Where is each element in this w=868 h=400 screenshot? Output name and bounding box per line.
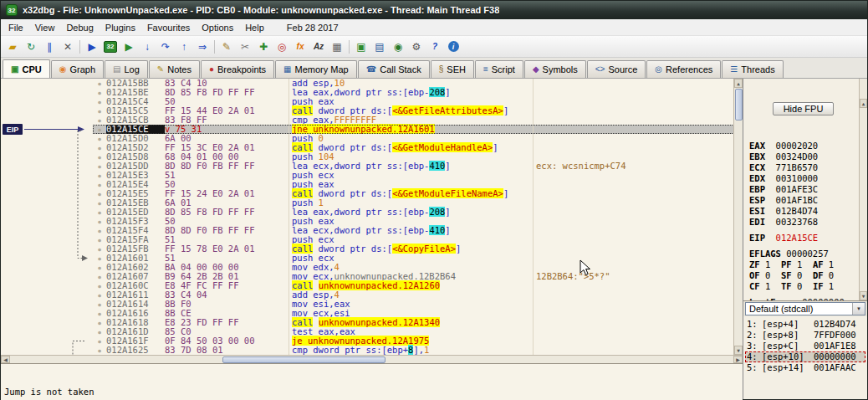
- breakpoint-dot-icon[interactable]: ●: [93, 115, 106, 125]
- register-row[interactable]: ESP 001AF1BC: [749, 195, 857, 206]
- tab-seh[interactable]: §SEH: [431, 60, 474, 78]
- x32-badge-icon[interactable]: 32: [101, 38, 120, 56]
- stack-argument-row[interactable]: 5:[esp+14]001AFAAC: [745, 362, 865, 373]
- tab-breakpoints[interactable]: ●Breakpoints: [201, 60, 274, 78]
- breakpoint-dot-icon[interactable]: ●: [93, 300, 106, 309]
- cpu-chip-icon[interactable]: ▣: [352, 38, 370, 56]
- fx-icon[interactable]: fx: [291, 38, 309, 56]
- hide-fpu-button[interactable]: Hide FPU: [773, 102, 835, 115]
- restart-icon[interactable]: ↻: [22, 38, 40, 56]
- step-out-icon[interactable]: ↑: [175, 38, 193, 56]
- register-row[interactable]: EIP 012A15CE: [749, 233, 857, 244]
- breakpoint-dot-icon[interactable]: ●: [93, 254, 106, 263]
- register-row[interactable]: EDX 00310000: [749, 173, 857, 184]
- menu-item-help[interactable]: Help: [239, 21, 270, 34]
- register-row[interactable]: ECX 771B6570: [749, 162, 857, 173]
- breakpoint-dot-icon[interactable]: ●: [93, 162, 106, 171]
- breakpoint-dot-icon[interactable]: ●: [93, 143, 106, 152]
- tab-call-stack[interactable]: ☎Call Stack: [358, 60, 430, 78]
- menu-item-file[interactable]: File: [3, 21, 29, 34]
- scroll-up-icon[interactable]: ▲: [734, 79, 743, 88]
- disasm-horizontal-scrollbar[interactable]: ◀ ▶: [1, 355, 743, 363]
- az-icon[interactable]: Az: [309, 38, 328, 56]
- menu-item-plugins[interactable]: Plugins: [100, 21, 141, 34]
- breakpoint-dot-icon[interactable]: ●: [93, 152, 106, 162]
- register-row[interactable]: LastError 00000000: [749, 297, 857, 300]
- patch-icon[interactable]: ✚: [254, 38, 273, 56]
- breakpoint-dot-icon[interactable]: ●: [93, 189, 106, 198]
- pause-icon[interactable]: ∥: [40, 38, 59, 56]
- breakpoint-dot-icon[interactable]: ●: [93, 180, 106, 189]
- register-row[interactable]: EDI 00323768: [749, 217, 857, 228]
- scroll-down-icon[interactable]: ▼: [734, 346, 743, 355]
- close-icon[interactable]: ✕: [59, 38, 77, 56]
- register-row[interactable]: OF 0 SF 0 DF 0: [749, 270, 857, 281]
- register-row[interactable]: ESI 012B4D74: [749, 206, 857, 217]
- breakpoint-dot-icon[interactable]: ●: [93, 106, 106, 115]
- register-row[interactable]: EBX 00324D00: [749, 151, 857, 162]
- run-to-user-code-icon[interactable]: ⇒: [193, 38, 212, 56]
- breakpoint-dot-icon[interactable]: ●: [93, 281, 106, 290]
- stack-argument-row[interactable]: 1:[esp+4]012B4D74: [745, 319, 865, 330]
- chevron-down-icon[interactable]: ▼: [852, 303, 865, 315]
- disasm-hscroll-thumb[interactable]: [222, 356, 385, 363]
- menu-item-view[interactable]: View: [29, 21, 61, 34]
- scroll-right-icon[interactable]: ▶: [733, 356, 743, 363]
- breakpoint-dot-icon[interactable]: ●: [93, 217, 106, 226]
- breakpoint-dot-icon[interactable]: ●: [93, 208, 106, 217]
- breakpoint-dot-icon[interactable]: ●: [93, 235, 106, 244]
- help-icon[interactable]: ?: [426, 38, 444, 56]
- stack-argument-row[interactable]: 3:[esp+C]001AF1E8: [745, 341, 865, 351]
- tab-threads[interactable]: ☰Threads: [722, 60, 783, 78]
- breakpoint-dot-icon[interactable]: ●: [93, 272, 106, 281]
- breakpoint-dot-icon[interactable]: ●: [93, 244, 106, 254]
- attach-icon[interactable]: ✂: [236, 38, 254, 56]
- tab-source[interactable]: <>Source: [587, 60, 646, 78]
- tab-references[interactable]: ◎References: [646, 60, 721, 78]
- breakpoint-dot-icon[interactable]: ●: [93, 309, 106, 318]
- register-row[interactable]: EFLAGS 00000257: [749, 249, 857, 259]
- title-bar[interactable]: 32 x32dbg - File: UnknownUnpacked.exe - …: [1, 1, 867, 19]
- breakpoint-dot-icon[interactable]: ●: [93, 226, 106, 235]
- menu-item-favourites[interactable]: Favourites: [141, 21, 196, 34]
- register-row[interactable]: CF 1 TF 0 IF 1: [749, 281, 857, 292]
- target-icon[interactable]: ◎: [273, 38, 291, 56]
- step-over-icon[interactable]: ↷: [156, 38, 175, 56]
- tab-memory-map[interactable]: ▦Memory Map: [275, 60, 357, 78]
- breakpoint-dot-icon[interactable]: ●: [93, 290, 106, 300]
- breakpoint-dot-icon[interactable]: ●: [93, 263, 106, 272]
- disasm-row[interactable]: ●012A162583 7D 08 01cmp dword ptr ss:[eb…: [1, 346, 734, 355]
- disasm-vertical-scrollbar[interactable]: ▲ ▼: [733, 79, 743, 355]
- tab-log[interactable]: ▤Log: [105, 60, 148, 78]
- breakpoint-dot-icon[interactable]: ●: [93, 346, 106, 355]
- resume-icon[interactable]: ▶: [120, 38, 138, 56]
- registers-scrollbar[interactable]: ▲ ▼: [859, 79, 867, 300]
- trace-icon[interactable]: ✎: [217, 38, 236, 56]
- tab-script[interactable]: ≡Script: [475, 60, 523, 78]
- menu-item-debug[interactable]: Debug: [60, 21, 99, 34]
- breakpoint-dot-icon[interactable]: ●: [93, 88, 106, 97]
- run-icon[interactable]: ▶: [83, 38, 101, 56]
- scroll-left-icon[interactable]: ◀: [1, 356, 10, 363]
- calling-convention-select[interactable]: Default (stdcall) ▼: [745, 302, 865, 315]
- breakpoint-dot-icon[interactable]: ●: [93, 97, 106, 106]
- step-into-icon[interactable]: ↓: [138, 38, 156, 56]
- breakpoint-dot-icon[interactable]: ●: [93, 318, 106, 327]
- registers-panel[interactable]: Hide FPU EAX 00002020EBX 00324D00ECX 771…: [743, 79, 867, 300]
- breakpoint-dot-icon[interactable]: ●: [93, 79, 106, 88]
- disasm-vscroll-thumb[interactable]: [735, 89, 743, 121]
- disassembly-view[interactable]: ●012A15BB83 C4 10add esp,10●012A15BE8D 8…: [1, 79, 743, 355]
- scroll-down-icon[interactable]: ▼: [860, 291, 867, 300]
- stack-argument-row[interactable]: 2:[esp+8]7FFDF000: [745, 330, 865, 341]
- calculator-icon[interactable]: ▦: [328, 38, 346, 56]
- tab-cpu[interactable]: ▣CPU: [3, 59, 50, 78]
- register-row[interactable]: EAX 00002020: [749, 141, 857, 151]
- info-icon[interactable]: i: [444, 38, 462, 56]
- breakpoint-dot-icon[interactable]: ●: [93, 171, 106, 180]
- breakpoint-dot-icon[interactable]: ●: [93, 134, 106, 143]
- tab-notes[interactable]: ✎Notes: [149, 60, 200, 78]
- tab-graph[interactable]: ◉Graph: [51, 60, 104, 78]
- breakpoint-dot-icon[interactable]: ●: [93, 327, 106, 336]
- breakpoint-dot-icon[interactable]: ●: [93, 198, 106, 208]
- breakpoint-dot-icon[interactable]: ●: [93, 125, 106, 134]
